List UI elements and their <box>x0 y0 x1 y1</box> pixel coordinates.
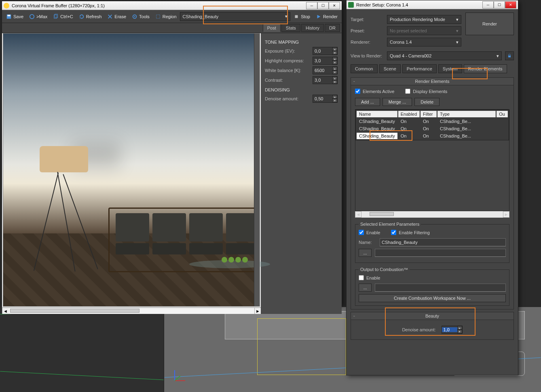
renderer-label: Renderer: <box>351 40 384 44</box>
tab-performance[interactable]: Performance <box>402 64 437 73</box>
name-field-label: Name: <box>359 240 376 245</box>
highlight-label: Highlight compress: <box>265 58 313 63</box>
add-button[interactable]: Add ... <box>355 98 380 106</box>
vfb-title: Corona Virtual Frame Buffer (1280×720px,… <box>12 3 306 8</box>
contrast-spinner[interactable]: ▲▼ <box>313 76 338 84</box>
list-horizontal-scrollbar[interactable]: ◄► <box>355 211 509 218</box>
scroll-right-icon[interactable]: ► <box>254 308 261 314</box>
tab-post[interactable]: Post <box>263 24 281 32</box>
lock-icon[interactable] <box>505 51 514 60</box>
target-label: Target: <box>351 17 384 22</box>
tab-dr[interactable]: DR <box>325 24 340 32</box>
vertical-scrollbar[interactable] <box>254 34 260 306</box>
vfb-titlebar[interactable]: Corona Virtual Frame Buffer (1280×720px,… <box>2 1 342 10</box>
col-type[interactable]: Type <box>437 111 496 117</box>
wb-label: White balance [K]: <box>265 68 313 73</box>
tomax-button[interactable]: >Max <box>27 12 50 21</box>
minimize-button[interactable]: ─ <box>306 2 317 9</box>
combustion-enable-checkbox[interactable]: Enable <box>359 275 380 280</box>
svg-rect-4 <box>8 15 11 16</box>
view-label: View to Render: <box>351 53 384 58</box>
table-row-editing[interactable]: CShading_BeautyOnOnCShading_Be... <box>357 133 508 139</box>
tab-render-elements[interactable]: Render Elements <box>464 64 507 73</box>
name-input[interactable] <box>380 238 506 246</box>
highlight-spinner[interactable]: ▲▼ <box>313 57 338 65</box>
vfb-toolbar: Save >Max Ctrl+C Refresh Erase Tools Reg… <box>2 10 342 23</box>
render-big-button[interactable]: Render <box>465 13 514 35</box>
scroll-left-icon[interactable]: ◄ <box>2 308 8 314</box>
erase-button[interactable]: Erase <box>105 12 129 21</box>
svg-rect-12 <box>156 15 160 18</box>
sel-params-legend: Selected Element Parameters <box>359 222 421 227</box>
display-elements-checkbox[interactable]: Display Elements <box>405 89 447 94</box>
tab-stats[interactable]: Stats <box>281 24 300 32</box>
enable-filtering-checkbox[interactable]: Enable Filtering <box>391 230 429 235</box>
render-pass-value: CShading_Beauty <box>183 14 219 19</box>
vfb-window: Corona Virtual Frame Buffer (1280×720px,… <box>2 1 342 305</box>
col-enabled[interactable]: Enabled <box>398 111 420 117</box>
svg-point-5 <box>30 14 34 19</box>
tools-button[interactable]: Tools <box>129 12 152 21</box>
maximize-button[interactable]: ☐ <box>317 2 329 9</box>
combustion-browse-button[interactable]: ... <box>359 284 372 292</box>
horizontal-scrollbar[interactable]: ◄ ► <box>2 307 261 314</box>
max-icon <box>348 2 354 8</box>
render-button[interactable]: Render <box>313 12 340 21</box>
collapse-icon[interactable]: - <box>353 313 355 318</box>
refresh-button[interactable]: Refresh <box>76 12 104 21</box>
render-elements-list[interactable]: Name Enabled Filter Type Ou CShading_Bea… <box>355 109 509 211</box>
browse-button[interactable]: ... <box>359 249 372 257</box>
save-button[interactable]: Save <box>4 12 26 21</box>
renderer-select[interactable]: Corona 1.4▾ <box>387 38 461 47</box>
target-select[interactable]: Production Rendering Mode▾ <box>387 15 461 24</box>
delete-button[interactable]: Delete <box>414 98 440 106</box>
collapse-icon[interactable]: - <box>353 78 355 83</box>
svg-rect-13 <box>295 15 298 18</box>
copy-button[interactable]: Ctrl+C <box>51 12 75 21</box>
render-setup-window: Render Setup: Corona 1.4 ─ ☐ ✕ Target: P… <box>346 0 518 375</box>
render-pass-dropdown[interactable]: CShading_Beauty ▾ <box>180 12 291 21</box>
exposure-spinner[interactable]: ▲▼ <box>313 47 338 55</box>
maximize-button[interactable]: ☐ <box>494 1 505 8</box>
elements-active-checkbox[interactable]: Elements Active <box>355 89 394 94</box>
render-viewport[interactable] <box>3 33 260 307</box>
tab-system[interactable]: System <box>438 64 462 73</box>
rs-titlebar[interactable]: Render Setup: Corona 1.4 ─ ☐ ✕ <box>347 0 518 9</box>
close-button[interactable]: ✕ <box>505 1 516 8</box>
vfb-tab-row: Post Stats History DR <box>2 23 342 33</box>
exposure-label: Exposure (EV): <box>265 49 313 53</box>
col-name[interactable]: Name <box>357 111 397 117</box>
close-button[interactable]: ✕ <box>329 2 340 9</box>
rs-tabs: Common Scene Performance System Render E… <box>351 64 514 73</box>
smiley-icon <box>4 3 9 8</box>
region-button[interactable]: Region <box>153 12 179 21</box>
combustion-legend: Output to Combustion™ <box>359 267 410 272</box>
denoise-spinner[interactable]: ▲▼ <box>313 95 338 103</box>
spin-up-icon[interactable]: ▲ <box>332 47 337 51</box>
combustion-path-input[interactable] <box>375 284 506 292</box>
tab-scene[interactable]: Scene <box>379 64 401 73</box>
render-elements-group: -Render Elements Elements Active Display… <box>351 77 514 309</box>
preset-label: Preset: <box>351 28 384 33</box>
table-row[interactable]: CShading_BeautyOnOnCShading_Be... <box>357 118 508 125</box>
beauty-group: -Beauty Denoise amount: ▲▼ <box>351 312 514 340</box>
merge-button[interactable]: Merge ... <box>383 98 412 106</box>
spin-down-icon[interactable]: ▼ <box>332 51 337 55</box>
stop-button[interactable]: Stop <box>291 12 313 21</box>
beauty-denoise-spinner[interactable]: ▲▼ <box>442 326 463 334</box>
svg-line-2 <box>175 376 180 381</box>
minimize-button[interactable]: ─ <box>482 1 494 8</box>
col-filter[interactable]: Filter <box>421 111 437 117</box>
col-out[interactable]: Ou <box>497 111 508 117</box>
denoising-header: DENOISING <box>265 87 338 92</box>
create-combustion-button[interactable]: Create Combustion Workspace Now ... <box>359 294 506 302</box>
wb-spinner[interactable]: ▲▼ <box>313 66 338 74</box>
enable-checkbox[interactable]: Enable <box>359 230 380 235</box>
preset-select[interactable]: No preset selected▾ <box>387 26 461 35</box>
path-input[interactable] <box>375 249 506 257</box>
view-select[interactable]: Quad 4 - Camera002▾ <box>387 51 502 60</box>
tab-history[interactable]: History <box>301 24 324 32</box>
table-row[interactable]: CShading_BeautyOnOnCShading_Be... <box>357 125 508 132</box>
svg-point-11 <box>134 16 135 17</box>
tab-common[interactable]: Common <box>351 64 378 73</box>
